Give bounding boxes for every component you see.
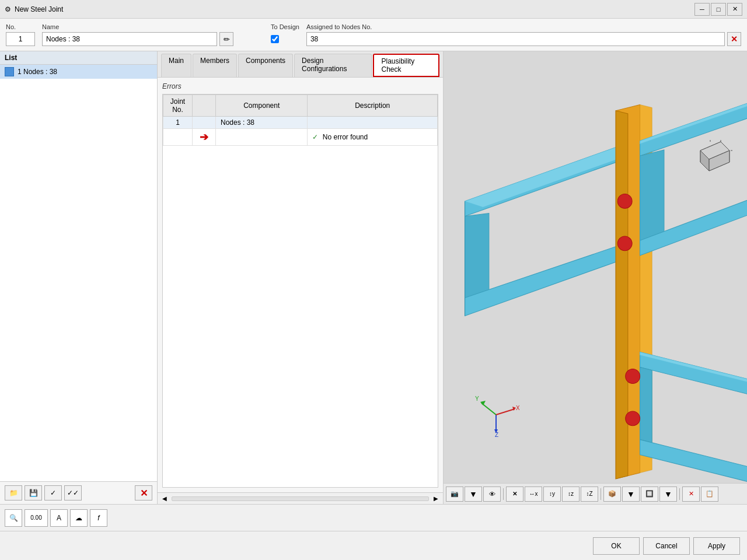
maximize-button[interactable]: □ <box>711 3 726 16</box>
minimize-button[interactable]: ─ <box>694 3 710 16</box>
svg-marker-13 <box>640 367 652 442</box>
assigned-input[interactable] <box>306 32 725 46</box>
close-button[interactable]: ✕ <box>727 3 742 16</box>
top-form: No. Name ✏ To Design Assigned to Nodes N… <box>0 19 747 51</box>
svg-point-19 <box>626 411 640 426</box>
view-grid-button[interactable]: 🔲 <box>641 487 658 502</box>
view-x-button[interactable]: ✕ <box>506 487 523 502</box>
list-header: List <box>0 51 157 65</box>
text-button[interactable]: A <box>50 509 68 527</box>
list-item-icon <box>5 67 14 76</box>
separator-3 <box>679 488 680 500</box>
apply-button[interactable]: Apply <box>693 537 740 555</box>
svg-line-41 <box>496 409 515 415</box>
col-arrow-space <box>193 95 216 117</box>
tab-members[interactable]: Members <box>193 54 237 77</box>
main-window: No. Name ✏ To Design Assigned to Nodes N… <box>0 19 747 560</box>
name-label: Name <box>42 23 264 30</box>
view-close-button[interactable]: ✕ <box>682 487 700 502</box>
check2-button[interactable]: ✓✓ <box>64 485 82 501</box>
view-grid-toggle[interactable]: ▼ <box>659 487 677 502</box>
tab-bar: Main Members Components Design Configura… <box>158 51 443 78</box>
tab-components-label: Components <box>246 57 285 65</box>
svg-marker-2 <box>465 240 634 316</box>
view-camera-button[interactable]: 📷 <box>446 487 463 502</box>
errors-label: Errors <box>162 82 438 90</box>
view-toolbar: 📷 ▼ 👁 ✕ ↔x ↕y ↕z ↕Z 📦 ▼ 🔲 ▼ ✕ 📋 <box>444 483 747 504</box>
col-component: Component <box>216 95 308 117</box>
table-row: ➔ ✓ No error found <box>163 129 438 146</box>
middle-panel: Main Members Components Design Configura… <box>158 51 444 504</box>
left-panel: List 1 Nodes : 38 📁 💾 ✓ ✓✓ ✕ <box>0 51 158 504</box>
view-zlock-button[interactable]: ↕Z <box>581 487 598 502</box>
tab-design-config-label: Design Configurations <box>302 57 347 73</box>
cell-joint-no: 1 <box>163 117 193 129</box>
svg-point-18 <box>626 369 640 384</box>
list-item[interactable]: 1 Nodes : 38 <box>0 65 157 79</box>
tab-design-config[interactable]: Design Configurations <box>294 54 372 77</box>
assigned-label: Assigned to Nodes No. <box>306 23 741 30</box>
cloud-button[interactable]: ☁ <box>70 509 88 527</box>
to-design-label: To Design <box>271 23 299 30</box>
view-toggle-button[interactable]: ▼ <box>465 487 482 502</box>
separator-1 <box>503 488 504 500</box>
errors-table-wrap: JointNo. Component Description 1 Nodes :… <box>162 94 438 488</box>
cell-component-empty <box>216 129 308 146</box>
search-button[interactable]: 🔍 <box>5 509 22 527</box>
number-display[interactable]: 0.00 <box>25 509 48 527</box>
view-box-toggle[interactable]: ▼ <box>622 487 640 502</box>
view-yarrow-button[interactable]: ↕y <box>543 487 561 502</box>
svg-point-17 <box>617 236 632 251</box>
list-item-label: 1 Nodes : 38 <box>18 68 57 76</box>
clear-assigned-button[interactable]: ✕ <box>727 32 741 46</box>
svg-marker-39 <box>480 401 486 405</box>
name-input[interactable] <box>42 32 217 46</box>
right-panel: Z Y X 📷 ▼ 👁 ✕ ↔x ↕y <box>444 51 747 504</box>
svg-line-38 <box>481 403 496 415</box>
tab-plausibility-label: Plausibility Check <box>381 57 414 74</box>
cube-navigator[interactable] <box>694 139 735 180</box>
bottom-toolbar-left: 🔍 0.00 A ☁ f <box>5 509 742 527</box>
col-description: Description <box>308 95 438 117</box>
to-design-checkbox[interactable] <box>271 35 279 43</box>
cell-joint-no-empty <box>163 129 193 146</box>
cell-arrow: ➔ <box>193 129 216 146</box>
tab-plausibility[interactable]: Plausibility Check <box>373 54 439 77</box>
function-button[interactable]: f <box>90 509 107 527</box>
cell-no-error: ✓ No error found <box>308 129 438 146</box>
view-box-button[interactable]: 📦 <box>603 487 621 502</box>
check-button[interactable]: ✓ <box>44 485 62 501</box>
tab-members-label: Members <box>200 57 229 65</box>
view-copy-button[interactable]: 📋 <box>701 487 718 502</box>
content-area: List 1 Nodes : 38 📁 💾 ✓ ✓✓ ✕ Main <box>0 51 747 504</box>
save-button[interactable]: 💾 <box>25 485 42 501</box>
no-error-text: No error found <box>323 133 368 141</box>
table-row: 1 Nodes : 38 <box>163 117 438 129</box>
delete-button[interactable]: ✕ <box>135 485 152 501</box>
svg-marker-6 <box>616 111 628 479</box>
errors-table: JointNo. Component Description 1 Nodes :… <box>163 94 438 146</box>
svg-point-16 <box>617 194 632 209</box>
no-input[interactable] <box>6 32 35 46</box>
svg-marker-1 <box>465 214 489 301</box>
left-panel-toolbar: 📁 💾 ✓ ✓✓ ✕ <box>0 481 157 504</box>
edit-name-button[interactable]: ✏ <box>219 32 233 46</box>
scroll-track[interactable] <box>172 496 429 501</box>
cancel-button[interactable]: Cancel <box>643 537 690 555</box>
cell-arrow-empty <box>193 117 216 129</box>
view-xarrow-button[interactable]: ↔x <box>525 487 542 502</box>
scroll-left-arrow[interactable]: ◀ <box>160 495 169 502</box>
ok-button[interactable]: OK <box>593 537 640 555</box>
tab-main[interactable]: Main <box>161 54 191 77</box>
scroll-area: ◀ ▶ <box>158 492 443 504</box>
title-bar: ⚙ New Steel Joint ─ □ ✕ <box>0 0 747 19</box>
scroll-right-arrow[interactable]: ▶ <box>431 495 441 502</box>
svg-marker-9 <box>640 150 664 247</box>
col-joint-no: JointNo. <box>163 95 193 117</box>
view-eye-button[interactable]: 👁 <box>483 487 501 502</box>
cell-description <box>308 117 438 129</box>
view-zarrow-button[interactable]: ↕z <box>562 487 580 502</box>
tab-components[interactable]: Components <box>238 54 293 77</box>
bottom-toolbar: 🔍 0.00 A ☁ f <box>0 504 747 531</box>
add-folder-button[interactable]: 📁 <box>5 485 22 501</box>
